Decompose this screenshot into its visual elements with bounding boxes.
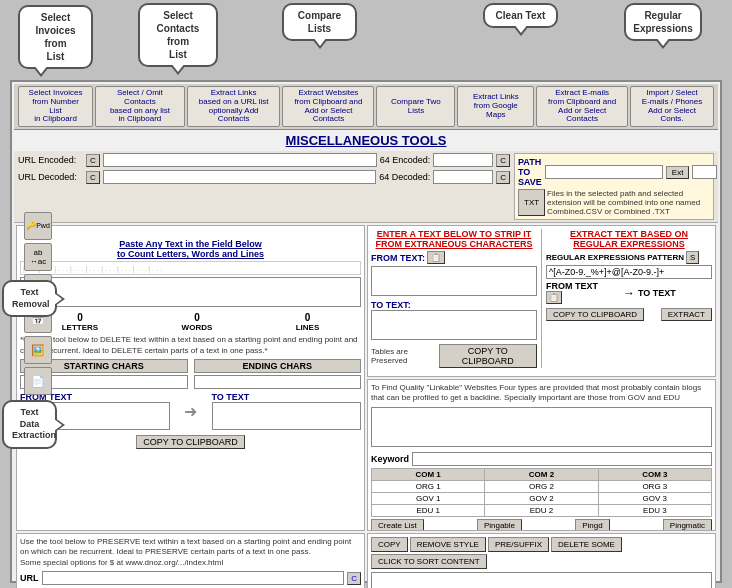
toolbar-btn-import[interactable]: Import / SelectE-mails / PhonesAdd or Se… — [630, 86, 714, 127]
password-generator-icon[interactable]: 🔑Pwd — [24, 212, 52, 240]
lines-label: LINES — [296, 323, 320, 332]
pingable-btn[interactable]: Pingable — [477, 519, 522, 531]
url-encoded-input[interactable] — [103, 153, 377, 167]
regex-from-label: FROM TEXT — [546, 281, 620, 291]
callout-clean-text: Clean Text — [483, 3, 558, 28]
64decoded-label: 64 Decoded: — [379, 172, 430, 182]
letters-count: 0 LETTERS — [62, 312, 98, 332]
remove-style-btn[interactable]: REMOVE STYLE — [410, 537, 486, 552]
section-title: MISCELLANEOUS TOOLS — [14, 130, 718, 151]
preserve-c-btn[interactable]: C — [347, 572, 361, 585]
app-container: Select Invoicesfrom Number Listin Clipbo… — [10, 80, 722, 583]
find-replace-icon[interactable]: ab↔ac — [24, 243, 52, 271]
toolbar-btn-invoices[interactable]: Select Invoicesfrom Number Listin Clipbo… — [18, 86, 93, 127]
linkable-panel: To Find Quality "Linkable" Websites Four… — [367, 379, 716, 531]
postcard-creator-icon[interactable]: 🖼️ — [24, 336, 52, 364]
toolbar-btn-extract-links[interactable]: Extract Linksbased on a URL listoptional… — [187, 86, 281, 127]
64encode-c-btn[interactable]: C — [496, 154, 510, 167]
words-label: WORDS — [182, 323, 213, 332]
linkable-description: To Find Quality "Linkable" Websites Four… — [371, 383, 712, 404]
ext-label: Ext — [666, 166, 690, 179]
url-decoded-row: URL Decoded: C 64 Decoded: C — [18, 170, 510, 184]
cell-org1: ORG 1 — [372, 480, 485, 492]
to-text-area[interactable] — [212, 402, 362, 430]
callout-select-invoices: Select Invoices from List — [18, 5, 93, 69]
bottom-right-panel: COPY REMOVE STYLE PRE/SUFFIX DELETE SOME… — [367, 533, 716, 588]
right-panels: ENTER A TEXT BELOW TO STRIP ITFROM EXTRA… — [367, 225, 716, 531]
extract-from-file-icon[interactable]: 📄 — [24, 367, 52, 395]
url-decoded-input[interactable] — [103, 170, 376, 184]
keyword-input[interactable] — [412, 452, 712, 466]
paste-from-btn[interactable]: 📋 — [427, 251, 445, 264]
paste-panel-title: Paste Any Text in the Field Below to Cou… — [20, 229, 361, 259]
64encoded-input[interactable] — [433, 153, 493, 167]
ruler: |...|...|...|...|...|...|...|...|... — [20, 261, 361, 275]
url-label: URL — [20, 573, 39, 583]
txt-btn[interactable]: TXT — [518, 189, 545, 216]
preserve-description: Use the tool below to PRESERVE text with… — [20, 537, 361, 568]
delete-some-btn[interactable]: DELETE SOME — [551, 537, 622, 552]
64decoded-input[interactable] — [433, 170, 493, 184]
cell-edu1: EDU 1 — [372, 504, 485, 516]
words-value: 0 — [182, 312, 213, 323]
create-list-btn[interactable]: Create List — [371, 519, 424, 531]
regex-pattern-input[interactable] — [546, 265, 712, 279]
toolbar-btn-extract-websites[interactable]: Extract Websitesfrom Clipboard andAdd or… — [282, 86, 374, 127]
letters-label: LETTERS — [62, 323, 98, 332]
tables-preserved: Tables are Preserved — [371, 347, 439, 365]
cell-edu2: EDU 2 — [485, 504, 598, 516]
regex-s-btn[interactable]: S — [686, 251, 699, 264]
regex-arrow: → — [623, 286, 635, 300]
enter-to-text[interactable] — [371, 310, 537, 340]
toolbar: Select Invoicesfrom Number Listin Clipbo… — [14, 84, 718, 130]
paste-text-area[interactable] — [20, 277, 361, 307]
regex-extract-btn[interactable]: EXTRACT — [661, 308, 712, 321]
to-text-label2: TO TEXT: — [371, 300, 537, 310]
regex-from-btn[interactable]: 📋 — [546, 291, 562, 304]
url-decoded-label: URL Decoded: — [18, 172, 83, 182]
url-encode-c-btn[interactable]: C — [86, 154, 100, 167]
pingd-btn[interactable]: Pingd — [575, 519, 609, 531]
regex-to-label: TO TEXT — [638, 288, 712, 298]
url-encoded-label: URL Encoded: — [18, 155, 83, 165]
from-text-label2: FROM TEXT: — [371, 253, 425, 263]
preserve-url-input[interactable] — [42, 571, 345, 585]
64decode-c-btn[interactable]: C — [496, 171, 510, 184]
regex-copy-btn[interactable]: COPY TO CLIPBOARD — [546, 308, 644, 321]
toolbar-btn-compare[interactable]: Compare Two Lists — [376, 86, 455, 127]
copy-clipboard-btn2[interactable]: COPY TO CLIPBOARD — [439, 344, 537, 368]
lines-count: 0 LINES — [296, 312, 320, 332]
copy-btn[interactable]: COPY — [371, 537, 408, 552]
url-encoded-row: URL Encoded: C 64 Encoded: C — [18, 153, 510, 167]
click-sort-btn[interactable]: CLICK TO SORT CONTENT — [371, 554, 487, 569]
letters-value: 0 — [62, 312, 98, 323]
path-input[interactable] — [545, 165, 663, 179]
count-row: 0 LETTERS 0 WORDS 0 LINES — [20, 312, 361, 332]
paste-count-panel: Paste Any Text in the Field Below to Cou… — [16, 225, 365, 531]
cell-org3: ORG 3 — [598, 480, 711, 492]
cell-gov2: GOV 2 — [485, 492, 598, 504]
regex-title: EXTRACT TEXT BASED ONREGULAR EXPRESSIONS — [546, 229, 712, 249]
url-decode-c-btn[interactable]: C — [86, 171, 100, 184]
col-com1: COM 1 — [372, 468, 485, 480]
arrow-icon: ➜ — [184, 402, 197, 421]
ending-chars-label: ENDING CHARS — [194, 359, 362, 373]
pre-suffix-btn[interactable]: PRE/SUFFIX — [488, 537, 549, 552]
toolbar-btn-contacts[interactable]: Select / Omit Contactsbased on any listi… — [95, 86, 185, 127]
copy-to-clipboard-btn[interactable]: COPY TO CLIPBOARD — [136, 435, 245, 449]
ext-input[interactable] — [692, 165, 717, 179]
path-to-save-section: PATH TO SAVE Ext TXT Files in the select… — [514, 153, 714, 220]
cell-org2: ORG 2 — [485, 480, 598, 492]
toolbar-btn-google-maps[interactable]: Extract Linksfrom Google Maps — [457, 86, 534, 127]
bottom-text-area[interactable] — [371, 572, 712, 588]
toolbar-btn-extract-emails[interactable]: Extract E-mailsfrom Clipboard andAdd or … — [536, 86, 628, 127]
pingmatic-btn[interactable]: Pingmatic — [663, 519, 712, 531]
panels-grid: Paste Any Text in the Field Below to Cou… — [14, 223, 718, 588]
cell-edu3: EDU 3 — [598, 504, 711, 516]
delete-description: *Use the tool below to DELETE text withi… — [20, 335, 361, 356]
enter-from-text[interactable] — [371, 266, 537, 296]
col-com3: COM 3 — [598, 468, 711, 480]
words-count: 0 WORDS — [182, 312, 213, 332]
ending-chars-input[interactable] — [194, 375, 362, 389]
linkable-text-area[interactable] — [371, 407, 712, 447]
